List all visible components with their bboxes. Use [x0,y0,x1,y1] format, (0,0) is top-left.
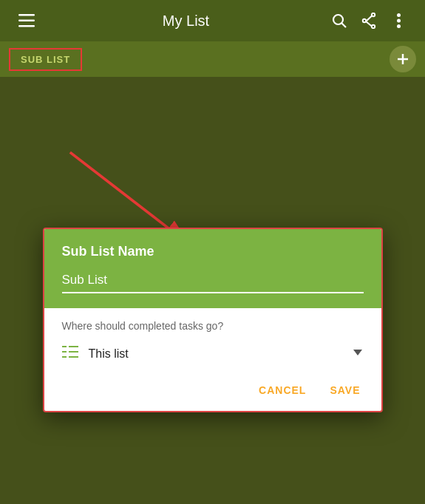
completed-tasks-label: Where should completed tasks go? [62,320,364,332]
app-title: My List [47,13,324,30]
svg-rect-0 [18,14,35,16]
dialog-actions: CANCEL SAVE [44,372,381,411]
svg-line-8 [366,16,372,22]
sub-list-tab-label: SUB LIST [21,54,70,65]
menu-button[interactable] [12,6,41,35]
svg-point-10 [397,13,401,17]
list-icon [62,345,78,362]
main-content: Sub List Name Where should completed tas… [0,77,425,504]
cancel-button[interactable]: CANCEL [250,378,315,402]
svg-marker-23 [353,350,362,355]
dialog-overlay: Sub List Name Where should completed tas… [0,77,425,504]
dropdown-arrow-icon [352,345,364,362]
add-tab-button[interactable] [390,46,416,72]
app-bar: My List [0,0,425,41]
search-button[interactable] [324,6,354,35]
completed-tasks-dropdown[interactable]: This list [62,341,364,367]
tab-bar: SUB LIST [0,41,425,77]
svg-point-11 [397,19,401,23]
more-options-button[interactable] [384,6,413,35]
share-button[interactable] [354,6,384,35]
save-button[interactable]: SAVE [321,378,369,402]
sub-list-name-input[interactable] [62,270,364,293]
svg-point-12 [397,24,401,28]
dialog: Sub List Name Where should completed tas… [43,228,383,412]
svg-line-9 [366,21,372,27]
svg-line-4 [342,24,347,28]
svg-point-5 [372,13,375,16]
dialog-body: Where should completed tasks go? This li… [44,308,381,372]
svg-point-6 [363,19,366,22]
svg-rect-2 [18,25,35,27]
svg-rect-1 [18,20,35,22]
svg-point-7 [372,25,375,28]
dialog-header: Sub List Name [44,229,381,308]
dropdown-selected-value: This list [89,347,352,361]
sub-list-tab[interactable]: SUB LIST [9,48,82,71]
svg-point-3 [333,15,343,24]
dialog-title: Sub List Name [62,244,364,259]
